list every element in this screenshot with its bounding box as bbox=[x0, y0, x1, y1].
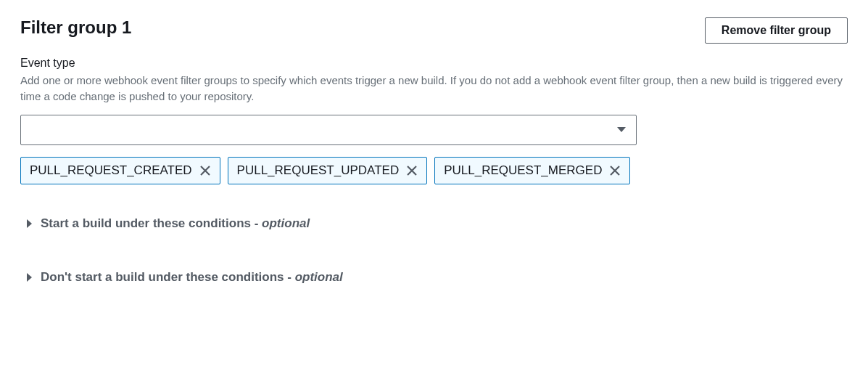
remove-tag-button[interactable] bbox=[199, 165, 211, 176]
caret-right-icon bbox=[26, 272, 33, 282]
close-icon bbox=[406, 165, 418, 176]
caret-right-icon bbox=[26, 219, 33, 229]
start-build-conditions-expander[interactable]: Start a build under these conditions - o… bbox=[20, 216, 848, 231]
dont-start-build-conditions-label: Don't start a build under these conditio… bbox=[41, 270, 343, 285]
event-tag: PULL_REQUEST_UPDATED bbox=[228, 157, 428, 184]
close-icon bbox=[609, 165, 621, 176]
event-tag-label: PULL_REQUEST_MERGED bbox=[444, 163, 602, 178]
event-type-select[interactable] bbox=[20, 115, 637, 145]
event-tag: PULL_REQUEST_CREATED bbox=[20, 157, 220, 184]
event-type-label: Event type bbox=[20, 57, 848, 70]
event-type-description: Add one or more webhook event filter gro… bbox=[20, 73, 847, 105]
event-tag-label: PULL_REQUEST_CREATED bbox=[30, 163, 192, 178]
remove-filter-group-button[interactable]: Remove filter group bbox=[705, 17, 848, 44]
close-icon bbox=[199, 165, 211, 176]
start-build-conditions-label: Start a build under these conditions - o… bbox=[41, 216, 310, 231]
event-tag: PULL_REQUEST_MERGED bbox=[434, 157, 630, 184]
event-type-tags: PULL_REQUEST_CREATED PULL_REQUEST_UPDATE… bbox=[20, 157, 848, 184]
remove-tag-button[interactable] bbox=[609, 165, 621, 176]
remove-tag-button[interactable] bbox=[406, 165, 418, 176]
event-tag-label: PULL_REQUEST_UPDATED bbox=[237, 163, 400, 178]
filter-group-title: Filter group 1 bbox=[20, 17, 131, 38]
dont-start-build-conditions-expander[interactable]: Don't start a build under these conditio… bbox=[20, 270, 848, 285]
